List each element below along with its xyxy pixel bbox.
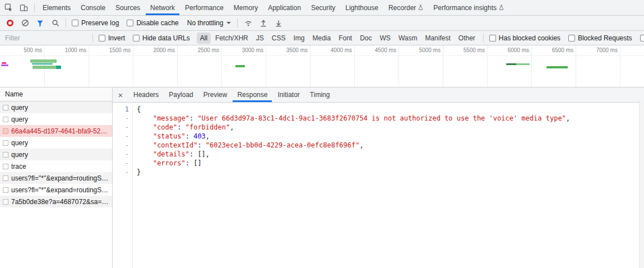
tab-elements[interactable]: Elements (38, 0, 76, 15)
request-row[interactable]: trace (0, 160, 112, 172)
blocked-requests-checkbox[interactable]: Blocked Requests (568, 34, 632, 42)
fold-marker[interactable]: - (125, 141, 129, 149)
throttling-value: No throttling (187, 19, 224, 27)
request-name: 7a5b0de38e?a=4687072&sa=… (11, 198, 109, 206)
request-row[interactable]: 7a5b0de38e?a=4687072&sa=… (0, 196, 112, 207)
filter-pill-media[interactable]: Media (309, 33, 334, 44)
tab-label: Performance (185, 4, 224, 12)
waterfall-bar (33, 66, 57, 69)
tab-console[interactable]: Console (76, 0, 110, 15)
tab-label: Preview (203, 91, 228, 99)
disable-cache-checkbox[interactable]: Disable cache (127, 19, 178, 27)
tab-network[interactable]: Network (145, 0, 180, 15)
tab-lighthouse[interactable]: Lighthouse (340, 0, 383, 15)
timeline-header-divider (0, 56, 644, 56)
tab-performance[interactable]: Performance (180, 0, 229, 15)
response-content: 1------- { "message": "User 66d3d97a-83c… (113, 103, 644, 268)
detail-tab-timing[interactable]: Timing (305, 87, 335, 102)
request-row[interactable]: query (0, 137, 112, 149)
fold-marker[interactable]: - (125, 150, 129, 158)
fold-marker[interactable]: - (125, 168, 129, 176)
filter-pill-doc[interactable]: Doc (356, 33, 375, 44)
filter-pill-fetch-xhr[interactable]: Fetch/XHR (212, 33, 252, 44)
search-button[interactable] (48, 19, 63, 27)
request-name: trace (11, 163, 26, 170)
clear-button[interactable] (17, 19, 33, 27)
filter-pill-css[interactable]: CSS (268, 33, 289, 44)
request-row[interactable]: query (0, 101, 112, 113)
waterfall-bar (56, 66, 61, 69)
filter-input[interactable] (1, 33, 90, 43)
import-har-button[interactable] (256, 19, 271, 27)
toolbar-divider (66, 19, 66, 27)
fold-marker[interactable]: - (125, 114, 129, 122)
device-toolbar-button[interactable] (16, 0, 31, 15)
filter-pill-other[interactable]: Other (455, 33, 479, 44)
timeline-time-label: 3000 ms (219, 47, 263, 53)
detail-tab-preview[interactable]: Preview (198, 87, 233, 102)
request-name: users?fl="*"&expand=routingSt… (11, 174, 109, 182)
inspect-element-button[interactable] (1, 0, 16, 15)
toolbar-divider (237, 19, 238, 27)
throttling-select[interactable]: No throttling (184, 19, 235, 27)
scrollbar[interactable] (639, 100, 644, 268)
invert-checkbox[interactable]: Invert (99, 34, 125, 42)
request-icon (3, 128, 8, 134)
code-token: : (197, 141, 205, 149)
hide-data-urls-checkbox[interactable]: Hide data URLs (133, 34, 190, 42)
request-row[interactable]: users?fl="*"&expand=routingSt… (0, 184, 112, 196)
preserve-log-checkbox[interactable]: Preserve log (72, 19, 119, 27)
export-har-button[interactable] (271, 19, 286, 27)
detail-tab-initiator[interactable]: Initiator (272, 87, 304, 102)
tab-performance-insights[interactable]: Performance insights (428, 0, 509, 15)
tab-label: Security (311, 4, 335, 12)
fold-marker[interactable]: - (125, 132, 129, 140)
detail-tab-headers[interactable]: Headers (128, 87, 164, 102)
line-gutter: 1------- (113, 105, 133, 268)
request-name: query (11, 139, 28, 147)
checkbox-icon (568, 35, 575, 41)
devtools-window: ElementsConsoleSourcesNetworkPerformance… (0, 0, 644, 268)
fold-marker[interactable]: - (125, 123, 129, 131)
detail-panel: × HeadersPayloadPreviewResponseInitiator… (113, 87, 644, 268)
tab-security[interactable]: Security (306, 0, 340, 15)
timeline-time-label: 6000 ms (484, 47, 529, 53)
has-blocked-cookies-checkbox[interactable]: Has blocked cookies (489, 34, 560, 42)
timeline-overview[interactable]: 500 ms1000 ms1500 ms2000 ms2500 ms3000 m… (0, 45, 644, 87)
fold-marker[interactable]: - (125, 159, 129, 167)
filter-toggle-button[interactable] (33, 20, 48, 27)
request-row[interactable]: users?fl="*"&expand=routingSt… (0, 172, 112, 184)
filter-pill-all[interactable]: All (197, 33, 211, 44)
hide-data-urls-label: Hide data URLs (142, 34, 190, 42)
close-button[interactable]: × (113, 87, 128, 102)
filter-pill-ws[interactable]: WS (377, 33, 394, 44)
tab-memory[interactable]: Memory (229, 0, 263, 15)
tab-label: Console (81, 4, 105, 12)
detail-tab-response[interactable]: Response (232, 87, 272, 102)
detail-tab-payload[interactable]: Payload (164, 87, 198, 102)
third-party-requests-checkbox[interactable]: 3rd-party requ (640, 34, 644, 42)
request-name: 66a4a445-d197-4641-bfa9-52… (11, 127, 107, 135)
tab-sources[interactable]: Sources (110, 0, 145, 15)
request-row[interactable]: query (0, 149, 112, 160)
timeline-time-label: 500 ms (0, 47, 42, 53)
filter-pill-manifest[interactable]: Manifest (421, 33, 453, 44)
request-name: users?fl="*"&expand=routingSt… (11, 186, 109, 194)
network-conditions-button[interactable] (240, 19, 256, 27)
code-line: "code": "forbidden", (137, 123, 644, 132)
request-list: queryquery66a4a445-d197-4641-bfa9-52…que… (0, 101, 112, 207)
waterfall-bar (506, 63, 517, 65)
request-row[interactable]: query (0, 113, 112, 125)
filter-pill-wasm[interactable]: Wasm (395, 33, 421, 44)
filter-pill-js[interactable]: JS (253, 33, 267, 44)
has-blocked-cookies-label: Has blocked cookies (499, 34, 560, 42)
tab-application[interactable]: Application (263, 0, 306, 15)
request-row[interactable]: 66a4a445-d197-4641-bfa9-52… (0, 125, 112, 137)
filter-pill-font[interactable]: Font (335, 33, 355, 44)
tab-recorder[interactable]: Recorder (383, 0, 428, 15)
filter-pill-img[interactable]: Img (290, 33, 308, 44)
record-button[interactable] (2, 20, 17, 26)
name-column-header[interactable]: Name (0, 87, 112, 101)
code-token: : (177, 123, 185, 131)
code-token: "User 66d3d97a-83c1-4dc1-9ac1-3683f26707… (197, 114, 566, 122)
